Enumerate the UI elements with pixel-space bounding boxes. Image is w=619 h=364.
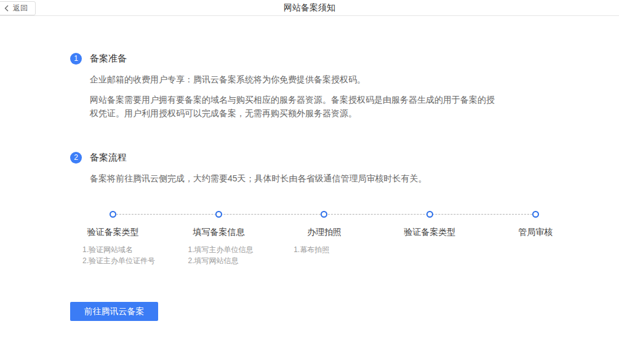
- step-number-badge: 2: [70, 152, 82, 164]
- timeline-step: 办理拍照 1.幕布拍照: [271, 211, 377, 266]
- paragraph: 备案将前往腾讯云侧完成，大约需要45天；具体时长由各省级通信管理局审核时长有关。: [90, 172, 496, 185]
- timeline-step: 填写备案信息 1.填写主办单位信息2.填写网站信息: [166, 211, 272, 266]
- timeline-dot-icon: [426, 211, 433, 218]
- section-title: 备案准备: [90, 53, 127, 65]
- section-heading: 1 备案准备: [70, 53, 619, 65]
- section-paragraphs: 备案将前往腾讯云侧完成，大约需要45天；具体时长由各省级通信管理局审核时长有关。: [90, 172, 619, 185]
- section-paragraphs: 企业邮箱的收费用户专享：腾讯云备案系统将为你免费提供备案授权码。 网站备案需要用…: [90, 73, 619, 120]
- timeline-substep: 1.验证网站域名: [82, 244, 166, 255]
- timeline-dot-icon: [321, 211, 327, 218]
- go-to-tencent-cloud-filing-button[interactable]: 前往腾讯云备案: [70, 302, 158, 321]
- timeline-substep: 1.幕布拍照: [294, 244, 377, 255]
- timeline-step-label: 管局审核: [482, 227, 588, 238]
- timeline-step-label: 验证备案类型: [377, 227, 483, 238]
- timeline-step-label: 办理拍照: [271, 227, 377, 238]
- timeline-dot-icon: [215, 211, 222, 218]
- timeline-substep: 2.填写网站信息: [188, 255, 272, 266]
- timeline-step: 验证备案类型: [377, 211, 483, 266]
- paragraph: 企业邮箱的收费用户专享：腾讯云备案系统将为你免费提供备案授权码。: [90, 73, 496, 86]
- timeline-substep: 1.填写主办单位信息: [188, 244, 272, 255]
- section-title: 备案流程: [90, 152, 127, 164]
- timeline-dot-row: [60, 211, 166, 218]
- top-bar: 返回 网站备案须知: [0, 0, 619, 16]
- timeline-substeps: 1.验证网站域名2.验证主办单位证件号: [60, 244, 166, 266]
- section-heading: 2 备案流程: [70, 152, 619, 164]
- timeline-substep: 2.验证主办单位证件号: [82, 255, 166, 266]
- timeline-substeps: 1.填写主办单位信息2.填写网站信息: [166, 244, 272, 266]
- section-preparation: 1 备案准备 企业邮箱的收费用户专享：腾讯云备案系统将为你免费提供备案授权码。 …: [70, 53, 619, 120]
- step-number-badge: 1: [70, 53, 82, 65]
- section-process: 2 备案流程 备案将前往腾讯云侧完成，大约需要45天；具体时长由各省级通信管理局…: [70, 152, 619, 185]
- timeline-step-label: 验证备案类型: [60, 227, 166, 238]
- timeline-step: 管局审核: [482, 211, 588, 266]
- paragraph: 网站备案需要用户拥有要备案的域名与购买相应的服务器资源。备案授权码是由服务器生成…: [90, 93, 496, 120]
- page-title: 网站备案须知: [0, 0, 619, 16]
- timeline-dot-row: [271, 211, 377, 218]
- process-timeline: 验证备案类型 1.验证网站域名2.验证主办单位证件号 填写备案信息 1.填写主办…: [60, 211, 588, 266]
- timeline-substeps: 1.幕布拍照: [271, 244, 377, 255]
- timeline-dot-row: [482, 211, 588, 218]
- timeline-dot-row: [377, 211, 483, 218]
- timeline-step-label: 填写备案信息: [166, 227, 272, 238]
- content-area: 1 备案准备 企业邮箱的收费用户专享：腾讯云备案系统将为你免费提供备案授权码。 …: [0, 16, 619, 321]
- timeline-dot-icon: [532, 211, 539, 218]
- timeline-step: 验证备案类型 1.验证网站域名2.验证主办单位证件号: [60, 211, 166, 266]
- timeline-dot-icon: [110, 211, 116, 218]
- timeline-dot-row: [166, 211, 272, 218]
